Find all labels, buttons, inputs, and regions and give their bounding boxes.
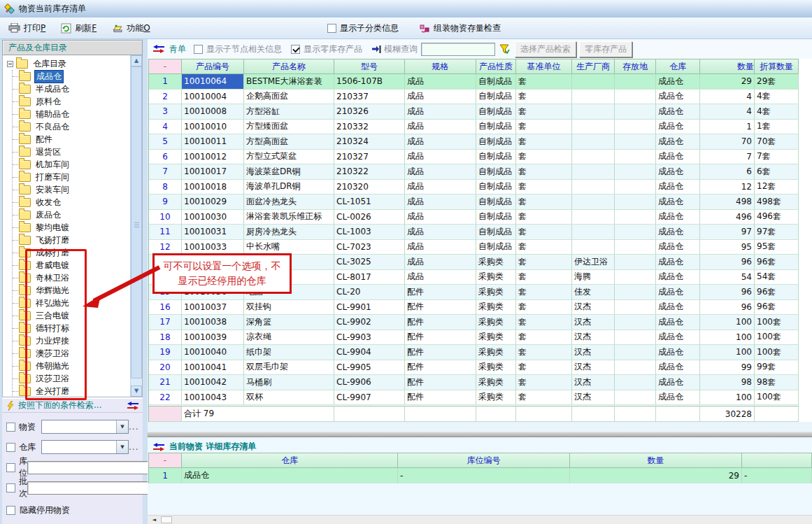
tree-item-label[interactable]: 全兴打磨: [34, 385, 71, 397]
cell[interactable]: 97套: [755, 225, 799, 240]
cell[interactable]: [572, 164, 615, 180]
cell[interactable]: 马桶刷: [244, 375, 334, 390]
cell[interactable]: 成品: [405, 210, 476, 225]
tree-item-label[interactable]: 华辉抛光: [34, 285, 71, 297]
cell[interactable]: 100套: [755, 330, 799, 346]
table-row[interactable]: 1610010037双挂钩CL-9901配件采购类套汉杰成品仓9696套: [149, 300, 799, 316]
cell[interactable]: 方型高面盆: [244, 134, 334, 150]
cell[interactable]: 10010030: [182, 210, 244, 225]
cell[interactable]: 成品仓: [656, 134, 700, 150]
chevron-down-icon[interactable]: ▼: [116, 441, 128, 453]
cell[interactable]: 210326: [334, 104, 405, 120]
field-checkbox[interactable]: [6, 443, 15, 452]
scroll-up-icon[interactable]: ▲: [131, 55, 142, 66]
cell[interactable]: 4: [700, 104, 755, 120]
cell[interactable]: [572, 104, 615, 120]
cell[interactable]: [615, 285, 656, 300]
cell[interactable]: 套: [516, 345, 572, 360]
tree-item[interactable]: 力业焊接: [13, 334, 142, 347]
table-row[interactable]: 610010012方型立式菜盆210327成品自制成品套成品仓77套: [149, 150, 799, 165]
cell[interactable]: CL-3025: [334, 255, 405, 270]
cell[interactable]: 套: [516, 180, 572, 195]
cell[interactable]: [572, 180, 615, 195]
tree-item-label[interactable]: 收发仓: [34, 197, 62, 208]
cell[interactable]: 双挂钩: [244, 300, 334, 316]
tree-item[interactable]: 君威电镀: [13, 259, 142, 271]
tree-item[interactable]: 奇林卫浴: [13, 271, 142, 284]
cell[interactable]: 5: [149, 134, 182, 150]
cell[interactable]: 套: [516, 90, 572, 105]
cell[interactable]: 成品: [405, 150, 476, 165]
cell[interactable]: 10010029: [182, 194, 244, 210]
tree-item-label[interactable]: 半成品仓: [34, 83, 71, 95]
cell[interactable]: 套: [516, 164, 572, 180]
cell[interactable]: 4: [700, 90, 755, 105]
cell[interactable]: CL-9902: [334, 315, 405, 330]
filter-funnel-icon[interactable]: [499, 44, 510, 55]
cell[interactable]: 中长水嘴: [244, 240, 334, 255]
cell[interactable]: 29套: [755, 74, 799, 90]
cell[interactable]: 自制成品: [476, 134, 516, 150]
tree-item[interactable]: 黎均电镀: [13, 221, 142, 234]
cell[interactable]: [615, 300, 656, 316]
cell[interactable]: 套: [516, 360, 572, 376]
cell[interactable]: 成品仓: [656, 345, 700, 360]
cell[interactable]: CL-1003: [334, 225, 405, 240]
hide-disabled-checkbox[interactable]: [6, 506, 15, 515]
field-checkbox[interactable]: [6, 463, 15, 472]
cell[interactable]: 10010039: [182, 330, 244, 346]
tree-item-label[interactable]: 力业焊接: [34, 335, 71, 347]
cell[interactable]: 伊达卫浴: [572, 255, 615, 270]
cell[interactable]: 10010012: [182, 150, 244, 165]
tree-item-label[interactable]: 奇林卫浴: [34, 272, 71, 284]
table-row[interactable]: 1210010033中长水嘴CL-7023成品自制成品套成品仓9595套: [149, 240, 799, 255]
table-row[interactable]: 2010010041双层毛巾架CL-9905配件采购类套汉杰成品仓9999套: [149, 360, 799, 376]
select-product-search-button[interactable]: 选择产品检索: [515, 41, 576, 57]
cell[interactable]: 配件: [405, 315, 476, 330]
cell[interactable]: 100: [700, 330, 755, 346]
cell[interactable]: 采购类: [476, 315, 516, 330]
cell[interactable]: CL-9906: [334, 375, 405, 390]
cell[interactable]: 成品: [405, 90, 476, 105]
field-combobox[interactable]: ▼: [41, 420, 129, 434]
cell[interactable]: CL-9903: [334, 330, 405, 346]
cell[interactable]: 96套: [755, 300, 799, 316]
cell[interactable]: CL-7023: [334, 240, 405, 255]
cell[interactable]: 成品仓: [656, 194, 700, 210]
zero-stock-products-button[interactable]: 零库存产品: [579, 41, 632, 57]
tree-item-label[interactable]: 三合电镀: [34, 310, 71, 322]
cell[interactable]: 成品仓: [656, 330, 700, 346]
cell[interactable]: 98: [700, 375, 755, 390]
cell[interactable]: 套: [516, 240, 572, 255]
tree-item[interactable]: 德轩打标: [13, 322, 142, 334]
scrollbar-thumb[interactable]: [131, 66, 142, 378]
cell[interactable]: 成品仓: [656, 225, 700, 240]
cell[interactable]: [572, 240, 615, 255]
cell[interactable]: [572, 194, 615, 210]
tree-item-label[interactable]: 飞扬打磨: [34, 234, 71, 246]
cell[interactable]: 采购类: [476, 255, 516, 270]
cell[interactable]: 成品仓: [656, 150, 700, 165]
table-row[interactable]: 2110010042马桶刷CL-9906配件采购类套汉杰成品仓9898套: [149, 375, 799, 390]
cell[interactable]: 采购类: [476, 285, 516, 300]
assembly-check-button[interactable]: 组装物资存量检查: [420, 22, 501, 34]
column-header[interactable]: 数量: [570, 453, 742, 468]
cell[interactable]: 210337: [334, 90, 405, 105]
cell[interactable]: [615, 74, 656, 90]
horizontal-splitter[interactable]: [148, 432, 812, 437]
cell[interactable]: 7套: [755, 150, 799, 165]
cell[interactable]: 96套: [755, 285, 799, 300]
cell[interactable]: 佳发: [572, 285, 615, 300]
cell[interactable]: 10010033: [182, 240, 244, 255]
tree-item[interactable]: 收发仓: [13, 196, 142, 208]
column-header[interactable]: 基准单位: [516, 59, 572, 74]
cell[interactable]: 采购类: [476, 300, 516, 316]
cell[interactable]: 成品仓: [656, 375, 700, 390]
cell[interactable]: [615, 345, 656, 360]
column-header[interactable]: 型号: [334, 59, 405, 74]
cell[interactable]: [615, 270, 656, 285]
cell[interactable]: 成品仓: [656, 270, 700, 285]
cell[interactable]: CL-9907: [334, 390, 405, 406]
cell[interactable]: [615, 360, 656, 376]
cell[interactable]: 成品仓: [656, 240, 700, 255]
